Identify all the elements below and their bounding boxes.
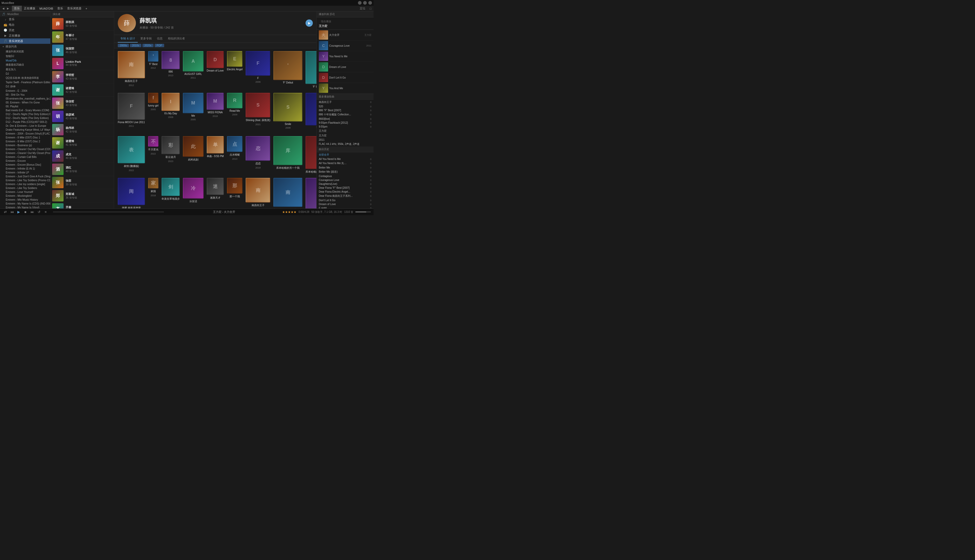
next-button[interactable]: ⏭: [30, 210, 35, 215]
playlist-item[interactable]: Dr. Dre & Eminem – Live In Europe: [0, 124, 50, 128]
playlist-item[interactable]: Eminem - Just Don't Give A Fuck (Single): [0, 175, 50, 178]
artist-list-item[interactable]: 年年幂计47 张专辑: [50, 31, 114, 44]
artist-list-item[interactable]: LLinkin Park44 张专辑: [50, 57, 114, 70]
menu-playing[interactable]: 正在播放: [22, 6, 37, 11]
menu-audio[interactable]: 音乐: [55, 6, 65, 11]
artist-list-item[interactable]: 张张信哲43 张专辑: [50, 97, 114, 110]
artist-play-button[interactable]: ▶: [306, 20, 313, 27]
playlist-item[interactable]: 00-eminem-the_marshall_mathers_lp-2000-L…: [0, 97, 50, 101]
playlist-item[interactable]: Eminem - Like toy soldiers [single]: [0, 182, 50, 186]
shuffle-button[interactable]: ⇄: [3, 210, 8, 215]
sidebar-item-radio[interactable]: 📻 电台: [0, 22, 50, 27]
playlist-item[interactable]: Eminem - Encore: [0, 159, 50, 163]
playlist-item[interactable]: Eminem - 8 Mile (OST) Disc 2: [0, 140, 50, 143]
play-pause-button[interactable]: ▶: [16, 210, 21, 215]
album-cell[interactable]: 闺闺蜜 电影原声带2007: [118, 178, 145, 208]
right-song-item2[interactable]: All You Need Is Me 先…0: [317, 161, 374, 166]
playlist-item[interactable]: D12 - Devil's Night (The Dirty Edition) …: [0, 112, 50, 116]
album-cell[interactable]: ''F' Debut 限量版: [306, 51, 316, 90]
volume-bar[interactable]: [356, 212, 371, 212]
fullscreen-button[interactable]: □: [369, 7, 372, 10]
album-cell[interactable]: TTenacious2013: [306, 93, 316, 133]
right-song-item2[interactable]: F night0: [317, 206, 374, 208]
locate-button[interactable]: 定位: [359, 7, 367, 10]
right-song-item[interactable]: 5200: [317, 105, 374, 108]
playlist-item[interactable]: Eminem - My Name Is (CDS) (IND-95639): [0, 202, 50, 206]
album-cell[interactable]: 库库本哈根的另一个我: [274, 136, 302, 175]
equalizer-button[interactable]: ≡: [43, 210, 48, 215]
right-song-item[interactable]: 886 "F" Best [2007]0: [317, 108, 374, 112]
album-cell[interactable]: 彩彩云追月2023: [162, 136, 180, 175]
artist-list-item[interactable]: 杨杨伟林42 张专辑: [50, 123, 114, 137]
playlist-item[interactable]: D12 - Purple Pills (CDS)(497 569-2): [0, 120, 50, 124]
album-cell[interactable]: 恋恋恋2018: [245, 136, 270, 175]
playlist-item[interactable]: Eminem - 8 Mile (OST) Disc 1: [0, 136, 50, 140]
right-song-item2[interactable]: Dear Fiona "F" Best [2007]0: [317, 186, 374, 190]
playlist-item[interactable]: Eminem - Mockingbird: [0, 194, 50, 198]
artist-list-item[interactable]: 谢谢霆锋41 张专辑: [50, 137, 114, 150]
right-song-item[interactable]: 9:55pm0: [317, 125, 374, 128]
playlist-item[interactable]: 00. Playlist: [0, 105, 50, 108]
tab-similar[interactable]: 相似的演出者: [165, 35, 187, 43]
album-cell[interactable]: RRead Me2009: [227, 93, 243, 133]
album-cell[interactable]: 迷迷路天才: [207, 178, 224, 208]
star-rating[interactable]: ★★★★★: [282, 210, 297, 214]
album-cell[interactable]: 家家园2018: [148, 178, 159, 208]
artist-list-item[interactable]: 胡胡彦斌43 张专辑: [50, 110, 114, 123]
sidebar-item-history[interactable]: 🕐 历史: [0, 27, 50, 33]
right-thumb-item[interactable]: CCourageous Love2011: [317, 40, 374, 51]
minimize-button[interactable]: ─: [358, 1, 362, 5]
album-cell[interactable]: 此此时此刻: [183, 136, 204, 175]
sidebar-item-music[interactable]: ♪ 音乐: [0, 17, 50, 22]
playlist-item[interactable]: Bad meets Evil - Scary Movies (CDM): [0, 108, 50, 112]
right-thumb-item[interactable]: YYou And Me: [317, 83, 374, 93]
playlist-item[interactable]: Eminem - Cleanin' Out My Closet (Promo C…: [0, 151, 50, 155]
artist-list-item[interactable]: 张张弈39 张专辑: [50, 176, 114, 189]
playlist-item[interactable]: 智能DJ: [0, 54, 50, 58]
sidebar-item-playing[interactable]: ▶ 正在播放: [0, 33, 50, 38]
album-cell[interactable]: IIt's My Day2008: [162, 93, 180, 133]
playlist-item[interactable]: Eminem - E - 2004: [0, 89, 50, 93]
right-song-item[interactable]: 南昌街王子0: [317, 100, 374, 105]
album-cell[interactable]: ''F' Best2012: [148, 51, 159, 90]
album-cell[interactable]: 你你我之间2017: [306, 178, 316, 208]
album-cell[interactable]: 那那一个我: [227, 178, 243, 208]
right-song-item2[interactable]: Courageous Love0: [317, 178, 374, 182]
album-cell[interactable]: DDream of Love: [207, 51, 224, 90]
album-cell[interactable]: 不不灭星光2022: [148, 136, 159, 175]
playlist-item[interactable]: Eminem - Infinite (E-IN 1): [0, 167, 50, 171]
right-song-item[interactable]: 王力宏: [317, 133, 374, 138]
playlist-item[interactable]: Eminem - Encore [Bonus Disc]: [0, 163, 50, 167]
album-cell[interactable]: MMISS FIONA2018: [207, 93, 224, 133]
filter-2020s[interactable]: 2020s: [142, 44, 154, 47]
playlist-item[interactable]: Eminem - Infinite LP: [0, 171, 50, 175]
close-button[interactable]: ✕: [368, 1, 372, 5]
right-song-item2[interactable]: Better Me0: [317, 166, 374, 170]
album-cell[interactable]: AAUGUST GIRL2011: [183, 51, 204, 90]
tab-more-albums[interactable]: 更多专辑: [138, 35, 154, 43]
right-song-item2[interactable]: Dear Fiona Electric Angel...0: [317, 190, 374, 194]
playlist-item[interactable]: Muad'Dib: [0, 58, 50, 62]
playlist-item[interactable]: Taylor Swift - Fearless (Platinum Editio…: [0, 80, 50, 84]
album-cell[interactable]: EElectric Angel: [227, 51, 243, 90]
album-cell[interactable]: 南南昌街王子 (feat. 关智斌)2020: [274, 178, 302, 208]
playlist-item[interactable]: DJ: [0, 72, 50, 76]
playlists-group-header[interactable]: ▼ 播放列表: [0, 44, 50, 49]
right-song-item[interactable]: 9:55pm Flashback [2012]0: [317, 121, 374, 125]
album-cell[interactable]: 88862013: [162, 51, 180, 90]
right-song-item[interactable]: 2011: [317, 138, 374, 142]
filter-2000s[interactable]: 2000s: [118, 44, 129, 47]
album-cell[interactable]: 剑剑龙在草地漫步: [162, 178, 180, 208]
right-song-item2[interactable]: Don't Let It Go0: [317, 198, 374, 202]
artist-list-item[interactable]: 谢谢霆锋42 张专辑: [50, 83, 114, 97]
all-songs-link[interactable]: 全部全开: [319, 153, 329, 156]
album-cell[interactable]: FF2006: [245, 51, 270, 90]
right-song-item2[interactable]: Better Me (国语)0: [317, 170, 374, 174]
playlist-item[interactable]: D12 - Devil's Night (The Dirty Edition): [0, 116, 50, 120]
album-cell[interactable]: MMe2005: [183, 93, 204, 133]
album-cell[interactable]: SSmile2008: [274, 93, 302, 133]
artist-list-item[interactable]: 郑郑富城36 张专辑: [50, 189, 114, 202]
artist-list-item[interactable]: 张张国荣46 张专辑: [50, 44, 114, 57]
playlist-item[interactable]: Eminem - Like Toy Soldiers: [0, 186, 50, 190]
repeat-button[interactable]: ↺: [36, 210, 42, 215]
